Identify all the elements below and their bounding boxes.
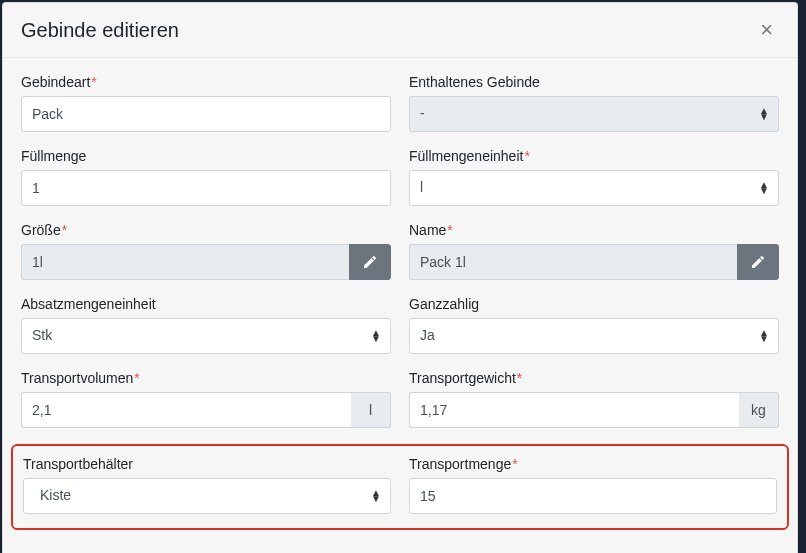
pencil-icon bbox=[750, 254, 766, 270]
required-marker: * bbox=[524, 148, 529, 164]
required-marker: * bbox=[62, 222, 67, 238]
select-fuellmengeneinheit[interactable]: l bbox=[409, 170, 779, 206]
label-absatzmengeneinheit: Absatzmengeneinheit bbox=[21, 296, 391, 312]
field-enthaltenes-gebinde: Enthaltenes Gebinde - ▲▼ bbox=[409, 74, 779, 132]
edit-groesse-button[interactable] bbox=[349, 244, 391, 280]
modal-title: Gebinde editieren bbox=[21, 19, 179, 42]
field-absatzmengeneinheit: Absatzmengeneinheit Stk ▲▼ bbox=[21, 296, 391, 354]
edit-name-button[interactable] bbox=[737, 244, 779, 280]
field-gebindeart: Gebindeart* bbox=[21, 74, 391, 132]
label-fuellmenge: Füllmenge bbox=[21, 148, 391, 164]
label-fuellmengeneinheit: Füllmengeneinheit* bbox=[409, 148, 779, 164]
form-row: Füllmenge Füllmengeneinheit* l ▲▼ bbox=[21, 148, 779, 206]
highlighted-container-row: Transportbehälter Kiste ▲▼ Transportmeng… bbox=[11, 444, 789, 530]
pencil-icon bbox=[362, 254, 378, 270]
label-gebindeart: Gebindeart* bbox=[21, 74, 391, 90]
select-absatzmengeneinheit[interactable]: Stk bbox=[21, 318, 391, 354]
form-row: Gebindeart* Enthaltenes Gebinde - ▲▼ bbox=[21, 74, 779, 132]
required-marker: * bbox=[447, 222, 452, 238]
close-icon: × bbox=[760, 17, 773, 42]
input-gebindeart[interactable] bbox=[21, 96, 391, 132]
label-transportgewicht: Transportgewicht* bbox=[409, 370, 779, 386]
close-button[interactable]: × bbox=[754, 17, 779, 43]
field-transportbehaelter: Transportbehälter Kiste ▲▼ bbox=[23, 456, 391, 514]
form-row: Absatzmengeneinheit Stk ▲▼ Ganzzahlig Ja… bbox=[21, 296, 779, 354]
required-marker: * bbox=[134, 370, 139, 386]
field-fuellmenge: Füllmenge bbox=[21, 148, 391, 206]
label-transportvolumen: Transportvolumen* bbox=[21, 370, 391, 386]
label-transportmenge: Transportmenge* bbox=[409, 456, 777, 472]
required-marker: * bbox=[512, 456, 517, 472]
label-transportbehaelter: Transportbehälter bbox=[23, 456, 391, 472]
modal-header: Gebinde editieren × bbox=[3, 3, 797, 58]
field-transportvolumen: Transportvolumen* l bbox=[21, 370, 391, 428]
form-row: Größe* Name* bbox=[21, 222, 779, 280]
unit-addon: kg bbox=[739, 392, 779, 428]
field-fuellmengeneinheit: Füllmengeneinheit* l ▲▼ bbox=[409, 148, 779, 206]
field-transportgewicht: Transportgewicht* kg bbox=[409, 370, 779, 428]
input-fuellmenge[interactable] bbox=[21, 170, 391, 206]
select-enthaltenes[interactable]: - bbox=[409, 96, 779, 132]
label-name: Name* bbox=[409, 222, 779, 238]
input-transportvolumen[interactable] bbox=[21, 392, 351, 428]
input-groesse bbox=[21, 244, 349, 280]
required-marker: * bbox=[91, 74, 96, 90]
modal-body: Gebindeart* Enthaltenes Gebinde - ▲▼ Fül… bbox=[3, 58, 797, 553]
label-ganzzahlig: Ganzzahlig bbox=[409, 296, 779, 312]
label-groesse: Größe* bbox=[21, 222, 391, 238]
field-groesse: Größe* bbox=[21, 222, 391, 280]
input-transportgewicht[interactable] bbox=[409, 392, 739, 428]
field-transportmenge: Transportmenge* bbox=[409, 456, 777, 514]
label-enthaltenes: Enthaltenes Gebinde bbox=[409, 74, 779, 90]
unit-addon: l bbox=[351, 392, 391, 428]
edit-container-modal: Gebinde editieren × Gebindeart* Enthalte… bbox=[2, 2, 798, 553]
field-ganzzahlig: Ganzzahlig Ja ▲▼ bbox=[409, 296, 779, 354]
required-marker: * bbox=[517, 370, 522, 386]
field-name: Name* bbox=[409, 222, 779, 280]
form-row: Transportvolumen* l Transportgewicht* kg bbox=[21, 370, 779, 428]
input-name bbox=[409, 244, 737, 280]
select-ganzzahlig[interactable]: Ja bbox=[409, 318, 779, 354]
select-transportbehaelter[interactable]: Kiste bbox=[23, 478, 391, 514]
input-transportmenge[interactable] bbox=[409, 478, 777, 514]
